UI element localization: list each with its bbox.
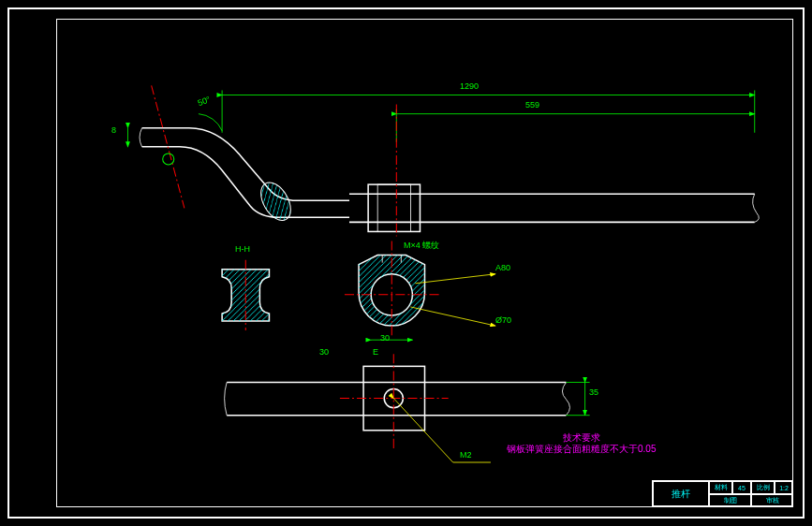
title-block: 推杆 材料 45 比例 1:2 制图 审核 — [652, 480, 792, 506]
tech-req-line1: 钢板弹簧座接合面粗糙度不大于0.05 — [507, 443, 656, 456]
tb-scale-label: 比例 — [751, 481, 775, 494]
svg-rect-7 — [377, 184, 410, 231]
dim-bottom-e: E — [373, 347, 378, 357]
dim-left-h: 8 — [111, 125, 116, 135]
svg-rect-6 — [368, 184, 420, 231]
inner-border: 1290 559 8 50° H-H 30 M×4 螺纹 A80 Ø70 35 … — [56, 19, 793, 507]
svg-point-5 — [255, 178, 297, 226]
section-label: H-H — [235, 244, 250, 254]
cad-drawing — [57, 20, 792, 490]
tb-scale: 1:2 — [775, 481, 793, 494]
dim-bottom-sub: 30 — [319, 347, 329, 357]
svg-line-19 — [410, 307, 495, 326]
tb-partname: 推杆 — [653, 481, 709, 507]
dim-overall: 1290 — [460, 81, 479, 91]
callout-b: Ø70 — [495, 315, 511, 325]
tb-mat-label: 材料 — [709, 481, 732, 494]
hole-label: M×4 螺纹 — [404, 240, 439, 252]
dim-bottom-w: 35 — [589, 387, 598, 397]
callout-a: A80 — [495, 263, 510, 272]
tb-checked: 审核 — [751, 494, 793, 507]
svg-point-11 — [163, 153, 174, 165]
tb-mat: 45 — [732, 481, 751, 494]
dim-sub: 559 — [525, 100, 539, 110]
tb-drawn: 制图 — [709, 494, 751, 507]
svg-line-18 — [415, 274, 495, 284]
dim-section-w: 30 — [380, 333, 390, 343]
dim-bottom-dia: M2 — [460, 450, 472, 460]
